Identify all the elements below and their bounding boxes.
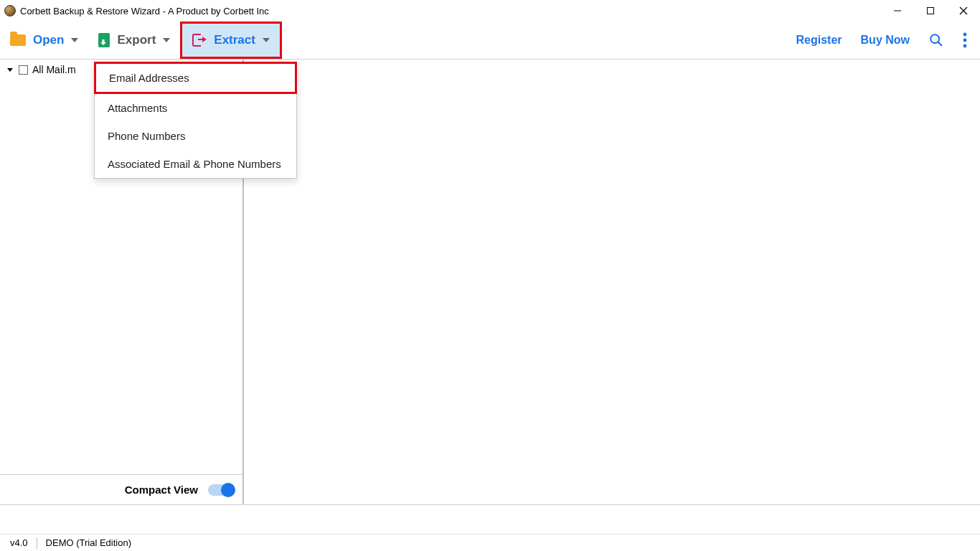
compact-view-toggle[interactable] xyxy=(208,484,234,496)
toolbar-left: Open Export Extract xyxy=(0,22,282,59)
more-icon[interactable] xyxy=(963,32,967,48)
chevron-down-icon xyxy=(163,38,170,42)
extract-menu-attachments[interactable]: Attachments xyxy=(95,94,296,122)
buy-now-link[interactable]: Buy Now xyxy=(861,34,910,47)
extract-menu-email-addresses[interactable]: Email Addresses xyxy=(94,62,297,94)
chevron-down-icon xyxy=(71,38,78,42)
svg-point-8 xyxy=(963,44,967,48)
svg-line-5 xyxy=(938,42,942,46)
svg-point-7 xyxy=(963,39,967,42)
extract-icon xyxy=(192,34,207,47)
checkbox[interactable] xyxy=(19,65,28,75)
blank-strip xyxy=(0,505,980,534)
search-icon[interactable] xyxy=(928,32,944,48)
svg-point-6 xyxy=(963,33,967,37)
export-button[interactable]: Export xyxy=(88,22,180,59)
extract-dropdown: Email Addresses Attachments Phone Number… xyxy=(94,62,297,179)
app-icon xyxy=(4,5,16,17)
compact-view-bar: Compact View xyxy=(0,474,242,504)
file-icon xyxy=(98,33,110,47)
window-title: Corbett Backup & Restore Wizard - A Prod… xyxy=(20,6,269,17)
extract-menu-associated[interactable]: Associated Email & Phone Numbers xyxy=(95,150,296,178)
compact-view-label: Compact View xyxy=(125,484,198,496)
toolbar: Open Export Extract Register Buy Now xyxy=(0,22,980,60)
extract-button[interactable]: Extract xyxy=(180,22,282,59)
register-link[interactable]: Register xyxy=(796,34,842,47)
svg-rect-1 xyxy=(928,8,934,14)
open-button[interactable]: Open xyxy=(0,22,88,59)
export-label: Export xyxy=(117,33,156,47)
minimize-button[interactable] xyxy=(881,0,914,22)
extract-menu-phone-numbers[interactable]: Phone Numbers xyxy=(95,122,296,150)
folder-icon xyxy=(10,34,26,46)
tree-item-label: All Mail.m xyxy=(32,64,76,75)
edition-label: DEMO (Trial Edition) xyxy=(46,537,131,548)
separator xyxy=(37,537,37,549)
chevron-down-icon xyxy=(263,38,270,42)
window-controls xyxy=(881,0,980,22)
maximize-button[interactable] xyxy=(914,0,947,22)
extract-label: Extract xyxy=(214,33,255,47)
status-bar: v4.0 DEMO (Trial Edition) xyxy=(0,534,980,551)
version-label: v4.0 xyxy=(10,537,28,548)
titlebar-left: Corbett Backup & Restore Wizard - A Prod… xyxy=(4,5,269,17)
toolbar-right: Register Buy Now xyxy=(796,32,980,48)
open-label: Open xyxy=(33,33,64,47)
titlebar: Corbett Backup & Restore Wizard - A Prod… xyxy=(0,0,980,22)
chevron-down-icon xyxy=(7,68,13,72)
close-button[interactable] xyxy=(947,0,980,22)
content-pane xyxy=(244,60,980,504)
